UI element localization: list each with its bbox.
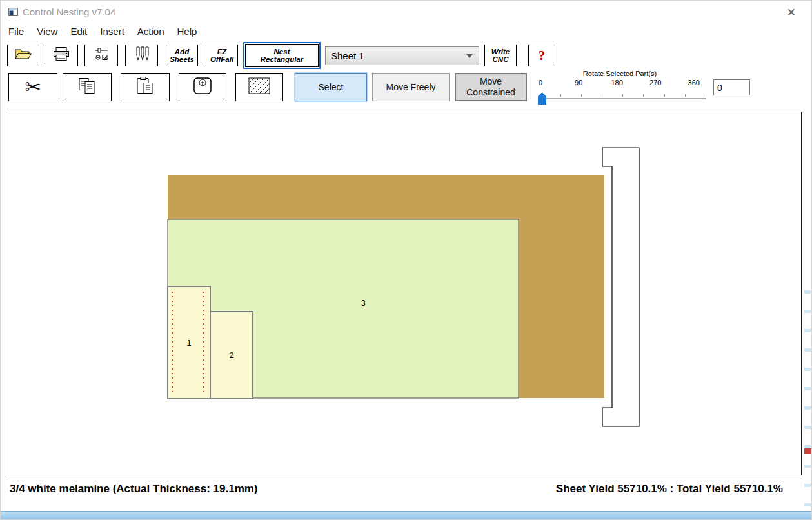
write-cnc-label-1: Write <box>491 48 510 55</box>
open-file-button[interactable] <box>7 45 39 66</box>
printer-icon <box>53 46 70 65</box>
chevron-down-icon <box>466 54 473 58</box>
ez-offfall-label-2: OffFall <box>210 55 233 63</box>
yield-status-label: Sheet Yield 55710.1% : Total Yield 55710… <box>556 483 783 495</box>
ibeam-part[interactable] <box>602 148 639 426</box>
app-icon <box>8 7 18 15</box>
ez-offfall-button[interactable]: EZ OffFall <box>206 45 238 66</box>
rotate-slider-tickmarks <box>540 94 706 97</box>
taskbar-sliver <box>1 511 812 520</box>
add-sheets-label-1: Add <box>175 48 189 55</box>
copy-icon <box>77 77 97 97</box>
window-title: Control Nesting v7.04 <box>23 6 115 17</box>
open-folder-icon <box>14 47 32 64</box>
drill-bits-button[interactable] <box>125 45 158 66</box>
settings-button[interactable] <box>84 45 118 66</box>
background-window-sliver <box>804 274 812 510</box>
add-sheets-button[interactable]: Add Sheets <box>166 45 198 66</box>
menu-action[interactable]: Action <box>131 24 171 41</box>
hatch-pattern-icon <box>248 77 270 97</box>
rotate-tick-180: 180 <box>611 79 622 86</box>
part-2-label: 2 <box>229 350 233 360</box>
rotate-tick-0: 0 <box>535 79 546 86</box>
nesting-canvas[interactable]: 1 2 3 <box>6 112 802 475</box>
sheet-select-dropdown[interactable]: Sheet 1 <box>325 46 479 65</box>
rotate-angle-input[interactable] <box>713 79 750 95</box>
menu-view[interactable]: View <box>30 24 64 41</box>
move-constrained-label-2: Constrained <box>466 87 515 98</box>
menu-insert[interactable]: Insert <box>94 24 131 41</box>
menu-bar: File View Edit Insert Action Help <box>2 24 203 41</box>
rotate-slider-track[interactable] <box>540 98 706 99</box>
sheet-select-value: Sheet 1 <box>326 50 466 61</box>
select-mode-label: Select <box>319 82 344 92</box>
add-part-icon <box>192 75 213 99</box>
menu-edit[interactable]: Edit <box>64 24 94 41</box>
drill-bits-icon <box>134 46 150 65</box>
paste-button[interactable] <box>121 73 170 101</box>
move-freely-button[interactable]: Move Freely <box>372 73 450 101</box>
part-3-label: 3 <box>361 298 365 308</box>
select-mode-button[interactable]: Select <box>295 73 367 101</box>
rotate-tick-360: 360 <box>688 79 700 86</box>
menu-file[interactable]: File <box>2 24 30 41</box>
part-1-label: 1 <box>186 338 191 348</box>
nest-rectangular-inner: Nest Rectangular <box>245 44 319 67</box>
rotate-tick-90: 90 <box>573 79 584 86</box>
title-bar: Control Nesting v7.04 ✕ <box>1 1 811 23</box>
move-constrained-label-1: Move <box>480 76 502 87</box>
rotate-tick-labels: 0 90 180 270 360 <box>535 79 700 86</box>
copy-button[interactable] <box>63 73 112 101</box>
cut-button[interactable]: ✂ <box>8 73 57 101</box>
add-sheets-label-2: Sheets <box>170 55 194 63</box>
paste-clipboard-icon <box>135 76 155 98</box>
print-button[interactable] <box>45 45 78 66</box>
background-window-sliver-red <box>804 448 812 454</box>
add-part-button[interactable] <box>179 73 226 101</box>
write-cnc-label-2: CNC <box>493 55 509 63</box>
ez-offfall-label-1: EZ <box>217 48 227 55</box>
rotate-label: Rotate Selected Part(s) <box>552 70 688 77</box>
nest-label-2: Rectangular <box>261 55 303 63</box>
menu-help[interactable]: Help <box>171 24 204 41</box>
nest-label-1: Nest <box>274 48 290 55</box>
nesting-drawing: 1 2 3 <box>6 112 802 476</box>
move-constrained-button[interactable]: Move Constrained <box>455 73 527 101</box>
close-button[interactable]: ✕ <box>787 6 796 19</box>
scissors-icon: ✂ <box>25 77 41 97</box>
help-button[interactable]: ? <box>528 45 555 66</box>
nest-rectangular-button[interactable]: Nest Rectangular <box>243 42 321 69</box>
rotate-tick-270: 270 <box>649 79 661 86</box>
help-question-icon: ? <box>539 47 546 64</box>
material-status-label: 3/4 white melamine (Actual Thickness: 19… <box>10 483 258 495</box>
write-cnc-button[interactable]: Write CNC <box>484 45 517 66</box>
hatch-pattern-button[interactable] <box>235 73 283 101</box>
app-window: Control Nesting v7.04 ✕ File View Edit I… <box>0 0 812 520</box>
settings-icon <box>93 46 110 65</box>
move-freely-label: Move Freely <box>386 82 435 92</box>
